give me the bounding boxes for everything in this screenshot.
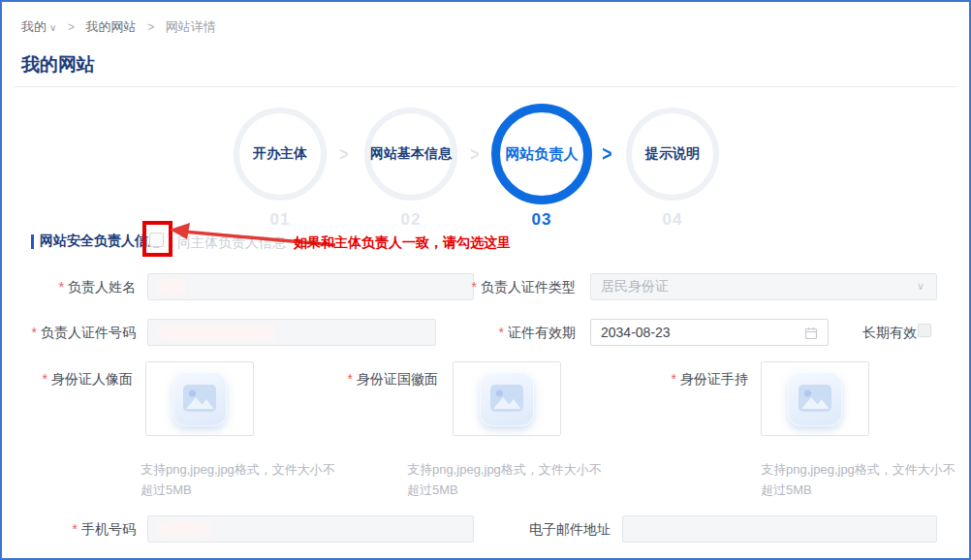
id-front-label: *身份证人像面: [31, 371, 133, 389]
upload-hint: 支持png,jpeg,jpg格式，文件大小不超过5MB: [761, 459, 966, 501]
image-placeholder-icon: [799, 385, 831, 413]
step-2-circle: 网站基本信息: [364, 108, 457, 201]
step-4-circle: 提示说明: [626, 108, 719, 201]
breadcrumb-my-websites[interactable]: 我的网站: [86, 19, 137, 34]
cert-validity-date-input[interactable]: 2034-08-23: [590, 319, 829, 346]
id-front-upload[interactable]: [145, 361, 254, 436]
calendar-icon: [804, 327, 818, 340]
step-arrow-icon-active: >: [602, 141, 611, 167]
id-back-upload[interactable]: [453, 361, 561, 436]
email-label: 电子邮件地址: [525, 521, 611, 539]
cert-number-label: *负责人证件号码: [21, 325, 136, 342]
image-placeholder-icon: [490, 385, 523, 413]
required-asterisk: *: [32, 325, 37, 340]
step-1-circle: 开办主体: [234, 108, 327, 201]
image-placeholder-tile: [172, 372, 227, 426]
required-asterisk: *: [73, 521, 78, 537]
id-holding-label: *身份证手持: [661, 371, 748, 389]
id-back-label: *身份证国徽面: [336, 371, 438, 389]
step-arrow-icon: >: [470, 143, 479, 166]
breadcrumb-separator: >: [147, 20, 154, 34]
phone-label: *手机号码: [50, 521, 136, 539]
annotation-text: 如果和主体负责人一致，请勾选这里: [294, 234, 511, 252]
cert-number-input: [147, 319, 436, 346]
phone-input: [147, 515, 474, 543]
step-4-label: 提示说明: [645, 145, 700, 163]
cert-type-value: 居民身份证: [601, 278, 669, 296]
redacted-value: [158, 521, 210, 537]
step-2-number: 02: [364, 210, 457, 230]
upload-hint: 支持png,jpeg,jpg格式，文件大小不超过5MB: [407, 459, 612, 501]
redacted-value: [158, 279, 185, 295]
email-input: [622, 515, 937, 543]
long-term-checkbox[interactable]: [918, 324, 931, 337]
page-title: 我的网站: [21, 52, 95, 78]
required-asterisk: *: [499, 325, 504, 340]
breadcrumb-website-detail: 网站详情: [166, 19, 216, 34]
name-label: *负责人姓名: [31, 279, 136, 296]
breadcrumb-my-label: 我的: [21, 19, 47, 34]
image-placeholder-icon: [183, 385, 216, 413]
long-term-label: 长期有效: [862, 325, 919, 342]
redacted-value: [158, 325, 276, 340]
step-4-number: 04: [626, 210, 719, 230]
breadcrumb-my[interactable]: 我的∨: [21, 19, 56, 34]
breadcrumb-separator: >: [68, 20, 75, 34]
title-divider: [14, 86, 957, 87]
section-accent-bar: [31, 234, 34, 249]
cert-validity-label: *证件有效期: [477, 325, 576, 342]
website-detail-page: 我的∨ > 我的网站 > 网站详情 我的网站 开办主体 > 网站基本信息 > 网…: [0, 0, 971, 560]
caret-down-icon: ∨: [49, 22, 56, 33]
required-asterisk: *: [348, 371, 353, 387]
image-placeholder-tile: [788, 372, 842, 426]
required-asterisk: *: [59, 279, 64, 295]
step-3-circle: 网站负责人: [491, 104, 592, 204]
step-3-label: 网站负责人: [506, 145, 579, 164]
id-holding-upload[interactable]: [761, 361, 869, 436]
cert-type-label: *负责人证件类型: [457, 279, 576, 296]
breadcrumb: 我的∨ > 我的网站 > 网站详情: [21, 18, 216, 36]
required-asterisk: *: [672, 371, 676, 387]
required-asterisk: *: [472, 279, 477, 295]
cert-validity-value: 2034-08-23: [601, 325, 671, 340]
required-asterisk: *: [43, 371, 47, 387]
image-placeholder-tile: [480, 372, 534, 426]
step-2-label: 网站基本信息: [370, 145, 452, 163]
upload-hint: 支持png,jpeg,jpg格式，文件大小不超过5MB: [141, 459, 346, 501]
step-arrow-icon: >: [339, 143, 348, 166]
name-input: [147, 273, 474, 300]
cert-type-select: 居民身份证 ∨: [590, 273, 937, 300]
chevron-down-icon: ∨: [917, 280, 924, 293]
step-1-label: 开办主体: [253, 145, 307, 163]
step-3-number: 03: [495, 210, 588, 230]
